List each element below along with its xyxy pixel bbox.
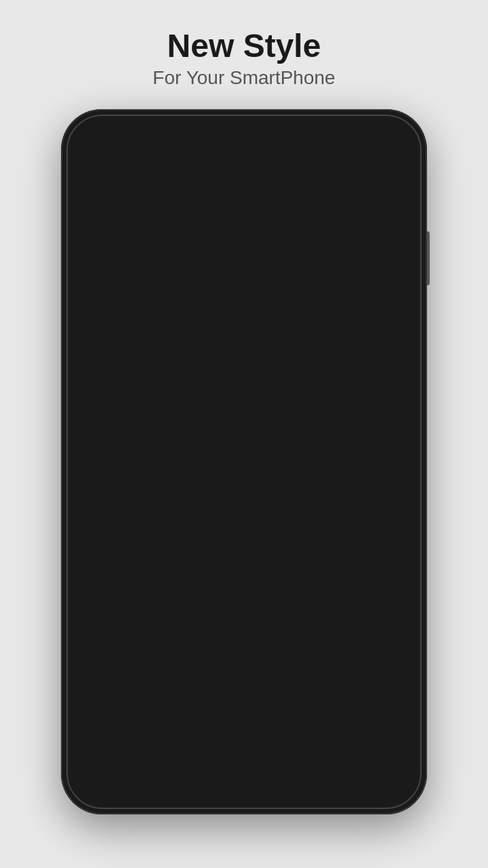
clock-label: Clock	[117, 319, 139, 329]
svg-marker-27	[250, 274, 267, 294]
list-item[interactable]: Drive	[77, 517, 205, 557]
photos-widget[interactable]: Photos	[312, 325, 413, 383]
life-at-glance-title: Life at Glance	[210, 170, 268, 181]
camera-widget-label: Camera	[243, 366, 272, 375]
widget-panel: Life at Glance + Monday 09	[205, 163, 419, 765]
chrome-label: Chrome	[117, 279, 148, 290]
app-list: C + − × = Calculator	[69, 163, 205, 765]
life-at-glance-header: Life at Glance +	[207, 167, 413, 184]
svg-line-1	[103, 146, 106, 149]
list-item[interactable]: Chrome	[77, 264, 205, 304]
email-icon	[80, 578, 111, 609]
section-c-label: C	[80, 173, 205, 183]
downloads-label: Downloads	[117, 454, 160, 464]
svg-text:⬡: ⬡	[89, 408, 102, 425]
store-widget[interactable]: Store	[207, 260, 308, 321]
duos-widget[interactable]: Duos	[312, 481, 413, 539]
svg-rect-55	[89, 781, 92, 784]
svg-rect-35	[348, 333, 378, 363]
svg-rect-34	[254, 339, 259, 343]
list-item[interactable]: Duo	[77, 478, 205, 517]
skype-widget[interactable]: S Skype	[312, 260, 413, 321]
calculator-label: Calculator	[117, 201, 157, 211]
duos-label: Duos	[353, 521, 372, 531]
duo-icon	[80, 482, 111, 513]
svg-marker-24	[346, 203, 380, 218]
accuweather-widget[interactable]: AccuWeather	[207, 543, 308, 601]
camera-widget[interactable]: Camera	[207, 325, 308, 383]
mic-icon[interactable]	[381, 136, 394, 150]
facebook-label: Facebok	[242, 434, 273, 443]
svg-point-0	[96, 138, 104, 146]
page-title: New Style	[152, 27, 335, 64]
messages-nav-item[interactable]	[159, 772, 188, 801]
list-item[interactable]: Clock	[77, 304, 205, 343]
whatsapp-label: Whatsapp	[344, 436, 381, 446]
list-item[interactable]: Email	[77, 574, 205, 613]
find-nav-item[interactable]	[201, 772, 230, 801]
notes-widget[interactable]: Notes	[312, 543, 413, 601]
list-item[interactable]: + − × = Calculator	[77, 186, 205, 225]
drive-label: Drive	[117, 532, 137, 542]
date-text: 15 Jan, 2020	[327, 788, 371, 796]
gmail-label: Gmail	[352, 231, 373, 241]
list-item[interactable]: Contacts	[77, 343, 205, 382]
svg-rect-56	[93, 781, 96, 784]
time-display: 9:30 PM 15 Jan, 2020	[327, 777, 371, 796]
svg-rect-57	[85, 785, 87, 788]
calendar-day-num: 09	[242, 214, 274, 242]
page-subtitle: For Your SmartPhone	[152, 67, 335, 89]
camera-label: Camera	[117, 240, 148, 250]
facebook-widget[interactable]: f Facebok	[207, 387, 308, 455]
clock-icon	[80, 308, 111, 339]
calendar-widget[interactable]: Monday 09	[207, 188, 308, 256]
svg-line-64	[218, 789, 222, 793]
section-e-label: E	[80, 561, 205, 571]
bottom-nav: 9:30 PM 15 Jan, 2020	[69, 765, 419, 806]
search-icon	[94, 136, 107, 150]
apps-header: Apps +	[207, 460, 413, 477]
page-header: New Style For Your SmartPhone	[152, 0, 335, 102]
time-text: 9:30 PM	[327, 777, 371, 788]
calendar-day-name: Monday	[242, 202, 273, 212]
svg-rect-61	[89, 790, 92, 793]
svg-rect-59	[93, 785, 96, 788]
search-input[interactable]: Search	[114, 137, 381, 149]
search-bar[interactable]: Search	[83, 130, 405, 157]
camera-nav-item[interactable]	[384, 772, 412, 801]
svg-rect-62	[93, 790, 96, 793]
downloads-icon	[80, 443, 111, 474]
gmail-widget[interactable]: Gmail	[312, 188, 413, 256]
svg-point-46	[251, 560, 264, 572]
add-life-button[interactable]: +	[394, 167, 411, 184]
phone-wrapper: Search C + − ×	[61, 109, 427, 814]
drive-icon	[80, 521, 111, 553]
svg-rect-58	[89, 785, 92, 788]
list-item[interactable]: ⬡ Dropbox	[77, 399, 205, 439]
svg-text:S: S	[357, 271, 369, 292]
list-item[interactable]: Camera	[77, 225, 205, 264]
photos-label: Photos	[350, 366, 375, 375]
chrome-icon	[80, 269, 111, 300]
recents-nav-item[interactable]	[285, 772, 314, 801]
add-apps-button[interactable]: +	[394, 460, 411, 477]
docs-widget[interactable]: Docs	[207, 481, 308, 539]
contacts-nav-item[interactable]	[243, 772, 272, 801]
whatsapp-widget[interactable]: Whatsapp	[312, 387, 413, 455]
email-label: Email	[117, 589, 139, 599]
svg-point-53	[361, 566, 365, 570]
duo-label: Duo	[117, 493, 133, 503]
store-label: Store	[248, 302, 268, 311]
svg-rect-54	[85, 781, 87, 784]
phone-screen: Search C + − ×	[69, 117, 419, 806]
svg-rect-60	[85, 790, 87, 793]
section-d-label: D	[80, 387, 205, 397]
phone-nav-item[interactable]	[118, 772, 146, 801]
svg-point-4	[93, 281, 98, 287]
notes-label: Notes	[352, 584, 373, 593]
docs-label: Docs	[249, 521, 267, 531]
contacts-icon	[80, 347, 111, 378]
grid-nav-item[interactable]	[76, 772, 104, 801]
list-item[interactable]: Downloads	[77, 439, 205, 478]
svg-point-65	[256, 782, 260, 787]
